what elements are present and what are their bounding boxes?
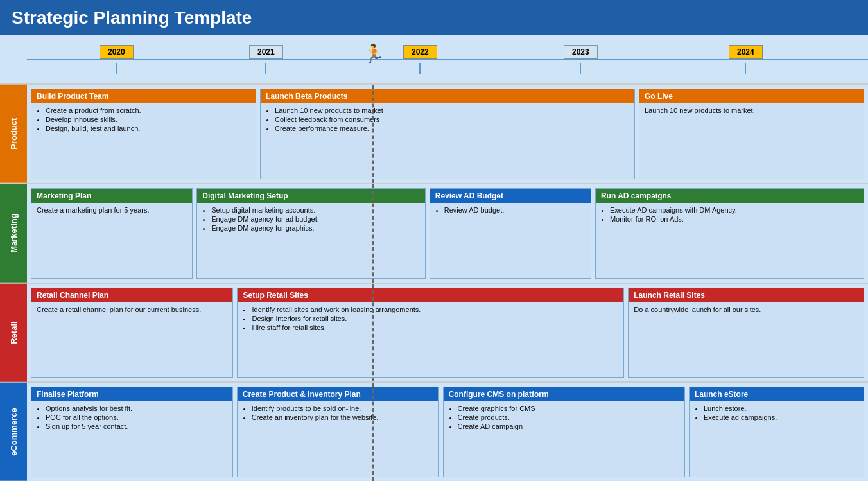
- card-header-launch-retail-sites: Launch Retail Sites: [629, 288, 864, 302]
- timeline: 2020 2021 2022 2023 2024 🏃: [0, 35, 868, 83]
- card-body-create-product-inventory-plan: Identify products to be sold on-line. Cr…: [238, 401, 438, 477]
- dashed-line-ecommerce: [372, 383, 374, 481]
- card-header-finalise-platform: Finalise Platform: [31, 387, 232, 401]
- card-body-build-product-team: Create a product from scratch. Develop i…: [31, 103, 256, 179]
- year-tick-2024: [745, 63, 746, 74]
- marketing-label: Marketing: [0, 184, 27, 283]
- card-body-digital-marketing-setup: Setup digital marketing accounts. Engage…: [197, 203, 424, 278]
- year-label-2024: 2024: [729, 45, 763, 59]
- year-label-2021: 2021: [249, 45, 283, 59]
- main-content: Product Build Product Team Create a prod…: [0, 83, 868, 481]
- card-header-setup-retail-sites: Setup Retail Sites: [238, 288, 623, 302]
- dashed-line-retail: [372, 284, 374, 382]
- card-header-review-ad-budget: Review AD Budget: [430, 189, 591, 203]
- year-tick-2022: [419, 63, 421, 74]
- ecommerce-label: eCommerce: [0, 383, 27, 481]
- year-2024: 2024: [729, 45, 763, 74]
- card-body-go-live: Launch 10 new products to market.: [639, 103, 864, 179]
- year-label-2022: 2022: [403, 45, 437, 59]
- card-launch-retail-sites: Launch Retail Sites Do a countrywide lau…: [628, 288, 864, 378]
- year-2023: 2023: [564, 45, 598, 74]
- year-2021: 2021: [249, 45, 283, 74]
- card-configure-cms: Configure CMS on platform Create graphic…: [443, 387, 685, 477]
- page-header: Strategic Planning Template: [0, 0, 868, 35]
- ecommerce-row: eCommerce Finalise Platform Options anal…: [0, 381, 868, 481]
- product-row-content: Build Product Team Create a product from…: [27, 85, 868, 183]
- marketing-row-content: Marketing Plan Create a marketing plan f…: [27, 184, 868, 283]
- marketing-row: Marketing Marketing Plan Create a market…: [0, 183, 868, 283]
- card-setup-retail-sites: Setup Retail Sites Identify retail sites…: [237, 288, 624, 378]
- card-body-review-ad-budget: Review AD budget.: [430, 203, 591, 278]
- card-header-retail-channel-plan: Retail Channel Plan: [31, 288, 232, 302]
- year-tick-2021: [265, 63, 266, 74]
- card-body-launch-retail-sites: Do a countrywide launch for all our site…: [629, 302, 864, 378]
- card-body-configure-cms: Create graphics for CMS Create products.…: [444, 401, 684, 477]
- year-tick-2023: [580, 63, 581, 74]
- card-marketing-plan: Marketing Plan Create a marketing plan f…: [31, 188, 193, 279]
- retail-row-content: Retail Channel Plan Create a retail chan…: [27, 284, 868, 382]
- year-2022: 2022: [403, 45, 437, 74]
- card-run-ad-campaigns: Run AD campaigns Execute AD campaigns wi…: [595, 188, 864, 279]
- card-header-launch-estore: Launch eStore: [690, 387, 864, 401]
- card-body-launch-estore: Lunch estore. Execute ad campaigns.: [690, 401, 864, 477]
- dashed-line-product: [372, 85, 374, 183]
- retail-row: Retail Retail Channel Plan Create a reta…: [0, 283, 868, 382]
- product-row: Product Build Product Team Create a prod…: [0, 83, 868, 183]
- card-create-product-inventory-plan: Create Product & Inventory Plan Identify…: [237, 387, 439, 477]
- card-review-ad-budget: Review AD Budget Review AD budget.: [430, 188, 591, 279]
- card-body-finalise-platform: Options analysis for best fit. POC for a…: [31, 401, 232, 477]
- card-retail-channel-plan: Retail Channel Plan Create a retail chan…: [31, 288, 233, 378]
- dashed-line-marketing: [372, 184, 374, 283]
- year-2020: 2020: [100, 45, 134, 74]
- card-digital-marketing-setup: Digital Marketing Setup Setup digital ma…: [196, 188, 425, 279]
- card-header-go-live: Go Live: [639, 89, 864, 103]
- card-header-run-ad-campaigns: Run AD campaigns: [596, 189, 864, 203]
- card-finalise-platform: Finalise Platform Options analysis for b…: [31, 387, 233, 477]
- card-header-marketing-plan: Marketing Plan: [31, 189, 192, 203]
- card-launch-estore: Launch eStore Lunch estore. Execute ad c…: [689, 387, 864, 477]
- card-launch-beta-products: Launch Beta Products Launch 10 new produ…: [260, 89, 635, 179]
- card-header-digital-marketing-setup: Digital Marketing Setup: [197, 189, 424, 203]
- product-label: Product: [0, 85, 27, 183]
- card-body-launch-beta-products: Launch 10 new products to market Collect…: [261, 103, 634, 179]
- year-label-2020: 2020: [100, 45, 134, 59]
- card-body-marketing-plan: Create a marketing plan for 5 years.: [31, 203, 192, 278]
- card-body-retail-channel-plan: Create a retail channel plan for our cur…: [31, 302, 232, 378]
- card-body-run-ad-campaigns: Execute AD campaigns with DM Agency. Mon…: [596, 203, 864, 278]
- card-header-build-product-team: Build Product Team: [31, 89, 256, 103]
- page-title: Strategic Planning Template: [12, 8, 252, 28]
- card-header-launch-beta-products: Launch Beta Products: [261, 89, 634, 103]
- runner-icon: 🏃: [363, 43, 385, 64]
- card-body-setup-retail-sites: Identify retail sites and work on leasin…: [238, 302, 623, 378]
- year-label-2023: 2023: [564, 45, 598, 59]
- retail-label: Retail: [0, 284, 27, 382]
- card-build-product-team: Build Product Team Create a product from…: [31, 89, 256, 179]
- card-header-configure-cms: Configure CMS on platform: [444, 387, 684, 401]
- card-header-create-product-inventory-plan: Create Product & Inventory Plan: [238, 387, 438, 401]
- card-go-live: Go Live Launch 10 new products to market…: [639, 89, 864, 179]
- year-tick-2020: [116, 63, 117, 74]
- ecommerce-row-content: Finalise Platform Options analysis for b…: [27, 383, 868, 481]
